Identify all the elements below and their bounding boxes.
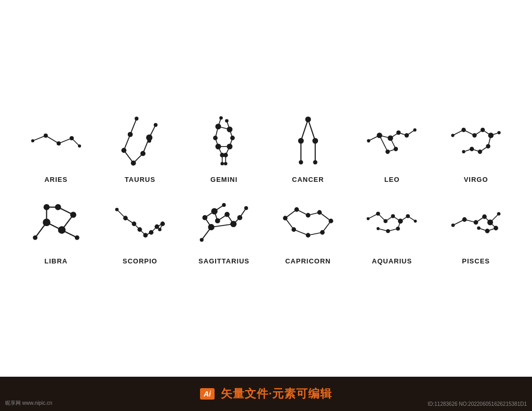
svg-point-193: [494, 226, 498, 230]
svg-line-132: [211, 224, 234, 227]
svg-line-9: [130, 118, 137, 135]
svg-point-133: [200, 237, 204, 241]
footer: Ai 矢量文件·元素可编辑 昵享网 www.nipic.cn ID:112836…: [0, 377, 532, 411]
svg-point-22: [154, 123, 157, 126]
svg-point-116: [132, 221, 137, 226]
main-content: ARIESTAURUSGEMINICANCERLEOVIRGOLIBRASCOR…: [0, 0, 532, 377]
svg-point-53: [298, 138, 304, 143]
svg-line-10: [124, 134, 130, 150]
constellation-virgo: VIRGO: [436, 112, 515, 183]
svg-point-71: [394, 147, 398, 151]
svg-line-0: [33, 136, 46, 141]
svg-point-72: [385, 149, 390, 153]
constellation-svg-sagittarius: [195, 194, 252, 251]
svg-point-86: [488, 132, 494, 138]
constellation-grid: ARIESTAURUSGEMINICANCERLEOVIRGOLIBRASCOR…: [17, 102, 515, 275]
constellation-label-leo: LEO: [384, 176, 400, 183]
constellation-label-scorpio: SCORPIO: [123, 257, 157, 265]
constellation-label-pisces: PISCES: [462, 257, 490, 265]
footer-left-text: 昵享网 www.nipic.cn: [5, 400, 52, 407]
constellation-aries: ARIES: [17, 112, 96, 183]
svg-line-2: [59, 138, 72, 143]
svg-point-117: [138, 227, 142, 232]
constellation-gemini: GEMINI: [184, 112, 263, 183]
svg-point-19: [131, 160, 136, 165]
svg-point-45: [227, 143, 233, 149]
svg-point-7: [70, 136, 74, 140]
svg-line-48: [301, 119, 308, 140]
svg-point-114: [115, 207, 119, 211]
svg-point-152: [294, 207, 299, 211]
svg-point-69: [405, 133, 409, 137]
footer-text: 矢量文件·元素可编辑: [221, 386, 332, 402]
svg-point-158: [291, 227, 296, 232]
constellation-leo: LEO: [353, 112, 432, 183]
svg-point-156: [320, 230, 325, 234]
svg-point-141: [237, 215, 243, 220]
constellation-label-cancer: CANCER: [292, 176, 324, 183]
svg-point-23: [148, 139, 151, 142]
svg-point-122: [158, 228, 162, 231]
constellation-capricorn: CAPRICORN: [269, 194, 348, 265]
svg-point-5: [44, 134, 48, 138]
constellation-svg-taurus: [111, 112, 168, 169]
constellation-svg-virgo: [447, 112, 504, 169]
svg-point-142: [244, 206, 248, 209]
svg-point-169: [367, 217, 370, 220]
svg-point-99: [33, 235, 37, 240]
svg-line-64: [380, 135, 388, 151]
svg-point-43: [227, 126, 233, 132]
svg-point-65: [367, 139, 370, 142]
constellation-svg-capricorn: [280, 194, 337, 251]
constellation-pisces: PISCES: [436, 194, 515, 265]
svg-point-172: [391, 214, 395, 218]
svg-point-187: [451, 223, 455, 227]
svg-line-1: [46, 136, 59, 143]
svg-point-135: [203, 215, 208, 220]
constellation-svg-gemini: [195, 112, 252, 169]
constellation-label-capricorn: CAPRICORN: [285, 257, 331, 265]
svg-point-177: [386, 229, 390, 233]
svg-point-42: [225, 119, 229, 123]
constellation-label-aries: ARIES: [44, 176, 68, 183]
svg-point-140: [230, 220, 236, 227]
svg-point-173: [398, 218, 403, 223]
constellation-svg-cancer: [280, 112, 337, 169]
svg-point-16: [135, 116, 139, 120]
svg-point-52: [305, 116, 311, 122]
svg-point-157: [305, 233, 310, 237]
constellation-cancer: CANCER: [269, 112, 348, 183]
svg-point-102: [70, 211, 76, 218]
svg-point-170: [376, 211, 380, 216]
svg-point-100: [43, 218, 50, 226]
svg-point-138: [215, 218, 220, 223]
svg-point-189: [474, 220, 478, 224]
svg-point-120: [155, 224, 159, 229]
ai-badge: Ai: [200, 388, 215, 400]
svg-point-55: [299, 160, 303, 164]
svg-point-136: [211, 208, 218, 214]
svg-point-90: [470, 147, 474, 151]
constellation-label-gemini: GEMINI: [210, 176, 237, 183]
svg-point-134: [208, 224, 215, 230]
constellation-libra: LIBRA: [17, 194, 96, 265]
svg-line-49: [308, 119, 315, 140]
svg-point-84: [472, 133, 476, 137]
svg-point-115: [124, 216, 128, 220]
constellation-svg-scorpio: [111, 194, 168, 251]
svg-line-149: [294, 229, 308, 235]
svg-point-6: [57, 141, 61, 145]
svg-point-36: [219, 116, 223, 120]
svg-point-85: [481, 127, 485, 131]
svg-point-17: [128, 131, 133, 137]
svg-point-101: [58, 226, 65, 234]
svg-point-119: [149, 230, 154, 234]
svg-point-105: [75, 235, 79, 240]
svg-point-41: [221, 162, 224, 165]
svg-point-191: [487, 219, 493, 225]
svg-point-68: [396, 130, 401, 135]
svg-point-159: [284, 216, 287, 220]
svg-point-174: [406, 214, 410, 218]
svg-point-175: [414, 219, 417, 222]
constellation-sagittarius: SAGITTARIUS: [184, 194, 263, 265]
